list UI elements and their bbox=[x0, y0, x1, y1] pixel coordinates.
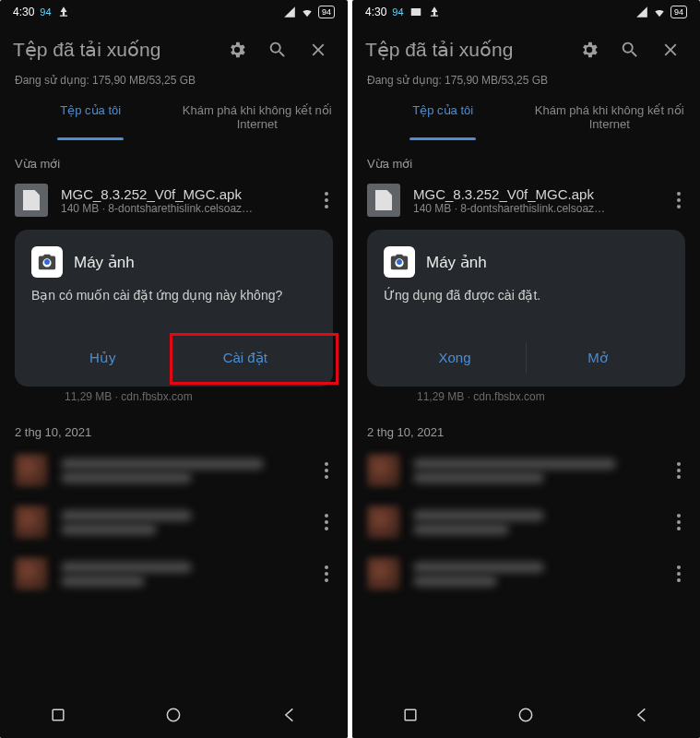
file-row[interactable]: MGC_8.3.252_V0f_MGC.apk 140 MB · 8-donts… bbox=[0, 176, 348, 224]
battery-indicator: 94 bbox=[318, 6, 335, 18]
nav-back-button[interactable] bbox=[280, 706, 299, 728]
install-prompt-dialog: Máy ảnh Bạn có muốn cài đặt ứng dụng này… bbox=[15, 230, 333, 387]
svg-rect-2 bbox=[410, 8, 421, 16]
wifi-icon bbox=[653, 6, 666, 18]
page-title: Tệp đã tải xuống bbox=[365, 39, 565, 61]
install-button[interactable]: Cài đặt bbox=[174, 342, 317, 374]
signal-icon bbox=[635, 6, 648, 18]
battery-indicator: 94 bbox=[670, 6, 687, 18]
svg-rect-0 bbox=[53, 709, 64, 720]
file-overflow-button[interactable] bbox=[665, 565, 693, 582]
svg-rect-3 bbox=[405, 709, 416, 720]
close-icon bbox=[660, 40, 681, 60]
wifi-icon bbox=[301, 6, 314, 18]
done-button[interactable]: Xong bbox=[384, 342, 527, 374]
app-icon-camera bbox=[384, 246, 415, 278]
svg-point-1 bbox=[168, 708, 180, 720]
tab-explore-offline[interactable]: Khám phá khi không kết nối Internet bbox=[174, 94, 341, 140]
storage-usage: Đang sử dụng: 175,90 MB/53,25 GB bbox=[0, 72, 348, 94]
clock: 4:30 bbox=[13, 6, 34, 18]
dialog-title: Máy ảnh bbox=[74, 253, 135, 272]
status-bar: 4:30 94 94 bbox=[352, 0, 700, 24]
file-overflow-button[interactable] bbox=[313, 462, 340, 479]
file-meta: 140 MB · 8-dontsharethislink.celsoaz… bbox=[61, 202, 300, 215]
gear-icon bbox=[227, 40, 247, 60]
blurred-file-row bbox=[352, 445, 700, 496]
file-overflow-button[interactable] bbox=[313, 514, 340, 530]
nav-back-button[interactable] bbox=[633, 706, 651, 728]
blurred-file-row bbox=[352, 496, 700, 548]
search-button[interactable] bbox=[613, 33, 647, 66]
download-activity-icon bbox=[57, 6, 70, 18]
download-activity-icon bbox=[428, 6, 441, 18]
nav-recent-button[interactable] bbox=[401, 706, 420, 728]
search-icon bbox=[620, 40, 640, 60]
blurred-file-row bbox=[0, 548, 348, 600]
file-overflow-button[interactable] bbox=[313, 192, 340, 208]
file-overflow-button[interactable] bbox=[313, 565, 340, 582]
app-header: Tệp đã tải xuống bbox=[352, 24, 700, 72]
page-title: Tệp đã tải xuống bbox=[13, 39, 213, 61]
open-button[interactable]: Mở bbox=[527, 342, 669, 374]
svg-point-4 bbox=[520, 708, 532, 720]
dialog-body: Bạn có muốn cài đặt ứng dụng này không? bbox=[31, 287, 316, 322]
close-button[interactable] bbox=[302, 33, 335, 66]
search-icon bbox=[267, 40, 288, 60]
search-button[interactable] bbox=[261, 33, 294, 66]
file-overflow-button[interactable] bbox=[665, 514, 693, 530]
blurred-thumbnail bbox=[367, 506, 400, 539]
blurred-file-row bbox=[352, 548, 700, 600]
dialog-title: Máy ảnh bbox=[426, 253, 487, 272]
status-bar: 4:30 94 94 bbox=[0, 0, 348, 24]
tab-my-files[interactable]: Tệp của tôi bbox=[360, 94, 527, 140]
navigation-bar bbox=[352, 696, 700, 738]
blurred-thumbnail bbox=[15, 557, 48, 590]
close-button[interactable] bbox=[654, 33, 687, 66]
close-icon bbox=[308, 40, 328, 60]
app-header: Tệp đã tải xuống bbox=[0, 24, 348, 72]
signal-icon bbox=[283, 6, 296, 18]
nav-home-button[interactable] bbox=[164, 706, 183, 728]
tab-my-files[interactable]: Tệp của tôi bbox=[7, 94, 174, 140]
blurred-file-row bbox=[0, 496, 348, 548]
file-overflow-button[interactable] bbox=[665, 192, 693, 208]
obscured-file-meta: 11,29 MB · cdn.fbsbx.com bbox=[0, 390, 348, 409]
app-icon-camera bbox=[31, 246, 63, 278]
cancel-button[interactable]: Hủy bbox=[31, 342, 174, 374]
file-name: MGC_8.3.252_V0f_MGC.apk bbox=[413, 186, 652, 202]
blurred-thumbnail bbox=[15, 506, 48, 539]
file-type-icon bbox=[367, 184, 400, 217]
tab-bar: Tệp của tôi Khám phá khi không kết nối I… bbox=[0, 94, 348, 140]
camera-icon bbox=[37, 252, 57, 272]
gear-icon bbox=[579, 40, 599, 60]
camera-icon bbox=[389, 252, 409, 272]
blurred-thumbnail bbox=[15, 454, 48, 487]
blurred-thumbnail bbox=[367, 454, 400, 487]
dialog-body: Ứng dụng đã được cài đặt. bbox=[384, 287, 669, 322]
blurred-thumbnail bbox=[367, 557, 400, 590]
blurred-file-row bbox=[0, 445, 348, 496]
phone-screen-left: 4:30 94 94 Tệp đã tải xuống Đang sử dụng… bbox=[0, 0, 348, 738]
file-name: MGC_8.3.252_V0f_MGC.apk bbox=[61, 186, 300, 202]
obscured-file-meta: 11,29 MB · cdn.fbsbx.com bbox=[352, 390, 700, 409]
image-notification-icon bbox=[409, 6, 422, 18]
section-date-label: 2 thg 10, 2021 bbox=[352, 409, 700, 445]
tab-explore-offline[interactable]: Khám phá khi không kết nối Internet bbox=[527, 94, 694, 140]
file-row[interactable]: MGC_8.3.252_V0f_MGC.apk 140 MB · 8-donts… bbox=[352, 176, 700, 224]
install-done-dialog: Máy ảnh Ứng dụng đã được cài đặt. Xong M… bbox=[367, 230, 685, 387]
storage-usage: Đang sử dụng: 175,90 MB/53,25 GB bbox=[352, 72, 700, 94]
settings-button[interactable] bbox=[573, 33, 606, 66]
notification-count: 94 bbox=[392, 6, 403, 18]
clock: 4:30 bbox=[365, 6, 386, 18]
file-overflow-button[interactable] bbox=[665, 462, 693, 479]
section-recent-label: Vừa mới bbox=[0, 140, 348, 176]
section-date-label: 2 thg 10, 2021 bbox=[0, 409, 348, 445]
settings-button[interactable] bbox=[220, 33, 254, 66]
nav-home-button[interactable] bbox=[516, 706, 535, 728]
file-type-icon bbox=[15, 184, 48, 217]
phone-screen-right: 4:30 94 94 Tệp đã tải xuống Đang sử dụng… bbox=[352, 0, 700, 738]
section-recent-label: Vừa mới bbox=[352, 140, 700, 176]
tab-bar: Tệp của tôi Khám phá khi không kết nối I… bbox=[352, 94, 700, 140]
notification-count: 94 bbox=[40, 6, 51, 18]
nav-recent-button[interactable] bbox=[49, 706, 67, 728]
